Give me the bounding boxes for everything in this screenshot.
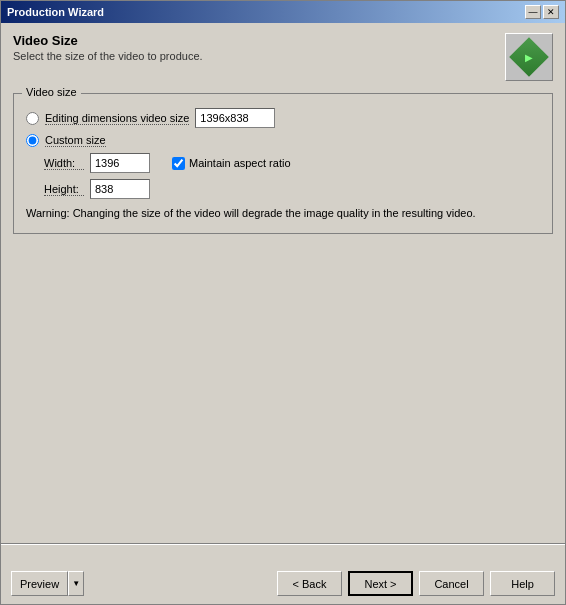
height-row: Height: <box>44 179 540 199</box>
width-aspect-container: Maintain aspect ratio <box>90 153 291 173</box>
next-button[interactable]: Next > <box>348 571 413 596</box>
custom-size-label[interactable]: Custom size <box>45 134 106 147</box>
back-button[interactable]: < Back <box>277 571 342 596</box>
preview-button[interactable]: Preview <box>11 571 68 596</box>
help-button[interactable]: Help <box>490 571 555 596</box>
width-label: Width: <box>44 157 84 170</box>
header-text: Video Size Select the size of the video … <box>13 33 203 62</box>
title-bar: Production Wizard — ✕ <box>1 1 565 23</box>
custom-size-radio[interactable] <box>26 134 39 147</box>
cancel-button[interactable]: Cancel <box>419 571 484 596</box>
editing-dimensions-value[interactable] <box>195 108 275 128</box>
width-input[interactable] <box>90 153 150 173</box>
aspect-ratio-checkbox[interactable] <box>172 157 185 170</box>
aspect-ratio-row: Maintain aspect ratio <box>172 157 291 170</box>
minimize-button[interactable]: — <box>525 5 541 19</box>
page-subtitle: Select the size of the video to produce. <box>13 50 203 62</box>
production-wizard-window: Production Wizard — ✕ Video Size Select … <box>0 0 566 605</box>
production-wizard-icon <box>509 37 549 77</box>
header-section: Video Size Select the size of the video … <box>13 33 553 81</box>
footer-divider-bottom <box>1 544 565 545</box>
preview-dropdown-arrow[interactable]: ▼ <box>68 571 84 596</box>
preview-split-button[interactable]: Preview ▼ <box>11 571 84 596</box>
main-content: Video Size Select the size of the video … <box>1 23 565 563</box>
editing-dimensions-row: Editing dimensions video size <box>26 108 540 128</box>
wizard-icon-box <box>505 33 553 81</box>
page-title: Video Size <box>13 33 203 48</box>
width-row: Width: Maintain aspect ratio <box>44 153 540 173</box>
warning-text: Warning: Changing the size of the video … <box>26 207 540 219</box>
window-title: Production Wizard <box>7 6 104 18</box>
title-bar-controls: — ✕ <box>525 5 559 19</box>
aspect-ratio-label[interactable]: Maintain aspect ratio <box>189 157 291 169</box>
footer: Preview ▼ < Back Next > Cancel Help <box>1 563 565 604</box>
video-size-group: Video size Editing dimensions video size… <box>13 93 553 234</box>
custom-size-row: Custom size <box>26 134 540 147</box>
content-spacer <box>13 244 553 543</box>
group-legend: Video size <box>22 86 81 98</box>
close-button[interactable]: ✕ <box>543 5 559 19</box>
height-input[interactable] <box>90 179 150 199</box>
height-label: Height: <box>44 183 84 196</box>
editing-dimensions-radio[interactable] <box>26 112 39 125</box>
editing-dimensions-label[interactable]: Editing dimensions video size <box>45 112 189 125</box>
